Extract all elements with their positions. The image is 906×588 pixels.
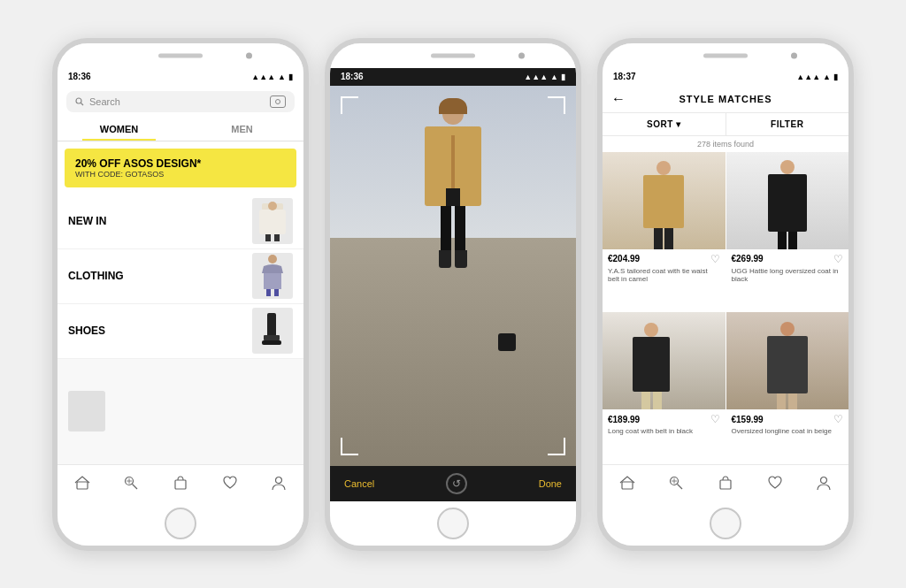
wishlist-icon-4[interactable]: ♡: [833, 413, 843, 425]
phone-1: 18:36 ▲▲▲ ▲ ▮ Search WOMEN MEN: [52, 38, 309, 551]
category-more: [58, 359, 303, 464]
nav-profile-icon-3[interactable]: [815, 474, 833, 492]
model-head-2: [780, 160, 795, 174]
cancel-button[interactable]: Cancel: [344, 478, 374, 489]
nav-bag-icon-3[interactable]: [717, 474, 734, 492]
speaker: [158, 53, 203, 57]
sort-filter-bar: SORT ▾ FILTER: [603, 113, 848, 136]
nav-heart-icon[interactable]: [221, 474, 239, 492]
bag-accessory: [498, 333, 516, 351]
category-new-in[interactable]: NEW IN: [58, 195, 303, 249]
time-2: 18:36: [341, 72, 364, 81]
products-grid: €204.99 ♡ Y.A.S tailored coat with tie w…: [603, 152, 848, 464]
scan-bottom-bar: Cancel ↺ Done: [330, 466, 576, 501]
nav-heart-icon-3[interactable]: [766, 474, 784, 492]
front-camera: [246, 52, 252, 58]
home-button-2[interactable]: [437, 508, 469, 539]
product-info-1: €204.99 ♡ Y.A.S tailored coat with tie w…: [603, 249, 726, 287]
filter-button[interactable]: FILTER: [726, 113, 849, 135]
nav-profile-icon[interactable]: [270, 474, 288, 492]
nav-home-icon-3[interactable]: [618, 474, 636, 492]
boot-right: [455, 250, 467, 268]
refresh-button[interactable]: ↺: [446, 473, 467, 494]
wifi-icon: ▲: [278, 73, 286, 81]
svg-point-6: [268, 202, 277, 210]
nav-bag-icon[interactable]: [172, 474, 189, 492]
front-camera-3: [791, 52, 797, 58]
done-button[interactable]: Done: [539, 478, 562, 489]
pants: [441, 206, 465, 250]
phone-1-bottom: [58, 501, 303, 546]
search-icon: [75, 97, 84, 106]
svg-rect-4: [265, 234, 271, 241]
product-name-3: Long coat with belt in black: [608, 427, 720, 436]
svg-rect-9: [266, 289, 271, 296]
category-clothing[interactable]: CLOTHING: [58, 249, 303, 304]
category-label-new-in: NEW IN: [68, 215, 106, 227]
time-3: 18:37: [613, 72, 636, 81]
product-price-3: €189.99: [608, 415, 640, 424]
product-card-1[interactable]: €204.99 ♡ Y.A.S tailored coat with tie w…: [603, 152, 726, 312]
camera-search-icon[interactable]: [270, 95, 286, 108]
product-info-3: €189.99 ♡ Long coat with belt in black: [603, 409, 726, 439]
time-1: 18:36: [68, 72, 91, 81]
wifi-icon-2: ▲: [550, 73, 558, 81]
product-price-4: €159.99: [732, 415, 764, 424]
phone-3: 18:37 ▲▲▲ ▲ ▮ ← STYLE MATCHES SORT ▾ FIL…: [597, 38, 854, 551]
wishlist-icon-2[interactable]: ♡: [833, 253, 843, 265]
home-button-1[interactable]: [165, 508, 196, 539]
product-card-4[interactable]: €159.99 ♡ Oversized longline coat in bei…: [726, 312, 849, 463]
svg-rect-26: [720, 480, 731, 489]
product-price-row-1: €204.99 ♡: [608, 253, 720, 265]
product-price-1: €204.99: [608, 254, 640, 263]
fashion-person: [425, 103, 481, 268]
svg-rect-12: [264, 335, 280, 340]
wishlist-icon-1[interactable]: ♡: [710, 253, 720, 265]
street-bg: [330, 238, 576, 466]
phone-2-bottom: [330, 501, 576, 546]
svg-rect-13: [262, 340, 281, 345]
phone-1-top: [58, 43, 303, 68]
product-card-2[interactable]: €269.99 ♡ UGG Hattie long oversized coat…: [726, 152, 849, 312]
tab-men[interactable]: MEN: [180, 118, 303, 141]
bottom-nav-1: [58, 464, 303, 501]
category-label-clothing: CLOTHING: [68, 270, 124, 282]
back-button[interactable]: ←: [611, 91, 626, 107]
nav-search-icon-3[interactable]: [667, 474, 685, 492]
leg-left: [441, 206, 451, 250]
battery-icon: ▮: [288, 73, 293, 81]
product-price-row-2: €269.99 ♡: [732, 253, 844, 265]
home-button-3[interactable]: [710, 508, 741, 539]
person-head: [442, 103, 464, 125]
wishlist-icon-3[interactable]: ♡: [710, 413, 720, 425]
svg-rect-8: [264, 273, 281, 289]
matches-title: STYLE MATCHES: [634, 94, 817, 104]
svg-point-20: [276, 477, 282, 484]
product-name-2: UGG Hattie long oversized coat in black: [732, 267, 844, 284]
search-bar[interactable]: Search: [66, 91, 295, 112]
phone-3-content: ← STYLE MATCHES SORT ▾ FILTER 278 items …: [603, 86, 848, 501]
sort-button[interactable]: SORT ▾: [603, 113, 726, 135]
coat-body: [425, 126, 481, 206]
corner-bl: [341, 438, 358, 455]
phone-2-top: [330, 43, 576, 68]
product-price-2: €269.99: [732, 254, 764, 263]
tab-women[interactable]: WOMEN: [58, 118, 180, 141]
inner-shirt: [446, 188, 460, 206]
model-coat-1: [643, 175, 684, 228]
category-thumb-shoes: [252, 308, 293, 354]
search-input[interactable]: Search: [89, 96, 265, 107]
items-found: 278 items found: [603, 136, 848, 152]
nav-home-icon[interactable]: [73, 474, 91, 492]
leg-right: [455, 206, 465, 250]
model-legs-2: [778, 232, 797, 249]
phone-2: 18:36 ▲▲▲ ▲ ▮: [325, 38, 581, 551]
clothing-thumbnail: [255, 254, 290, 298]
model-coat-2: [768, 174, 807, 232]
product-name-1: Y.A.S tailored coat with tie waist belt …: [608, 267, 720, 284]
wifi-icon-3: ▲: [823, 73, 831, 81]
category-shoes[interactable]: SHOES: [58, 304, 303, 359]
product-card-3[interactable]: €189.99 ♡ Long coat with belt in black: [603, 312, 726, 463]
nav-search-icon[interactable]: [122, 474, 140, 492]
svg-point-27: [821, 477, 827, 484]
